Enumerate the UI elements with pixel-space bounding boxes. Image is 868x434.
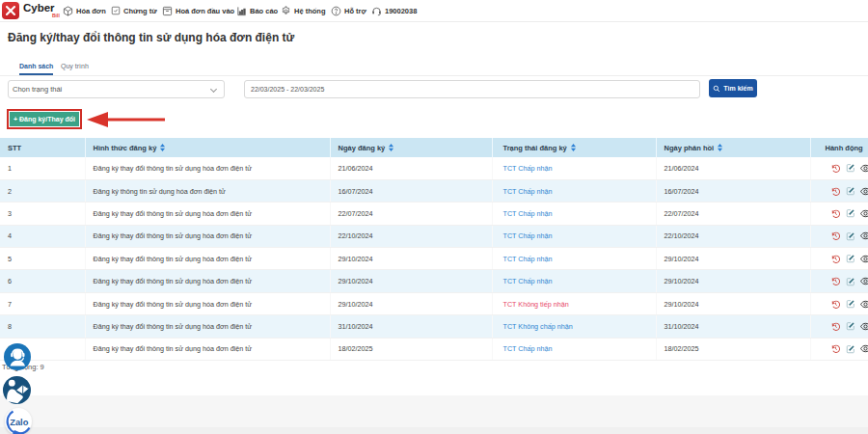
svg-text:Zalo: Zalo: [10, 418, 28, 427]
